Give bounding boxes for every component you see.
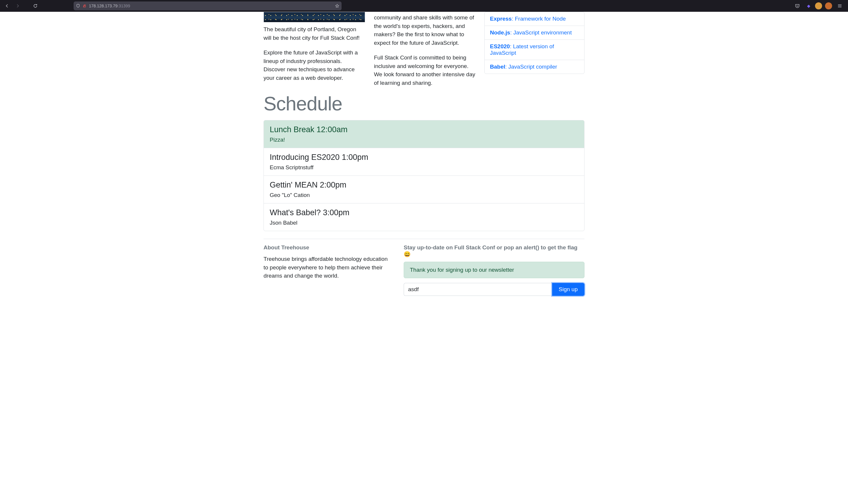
schedule-item-subtitle: Geo "Lo" Cation: [270, 192, 578, 198]
back-button[interactable]: [2, 1, 12, 11]
tech-name: Express: [490, 16, 512, 22]
schedule-list: Lunch Break 12:00amPizza!Introducing ES2…: [264, 120, 584, 231]
schedule-item-subtitle: Pizza!: [270, 137, 578, 143]
toolbar-right: ◆: [793, 1, 846, 11]
extension-icon-2[interactable]: [815, 2, 822, 10]
tech-name: ES2020: [490, 43, 510, 50]
tech-list-item[interactable]: Node.js: JavaScript environment: [485, 25, 584, 39]
schedule-item-title: Lunch Break 12:00am: [270, 125, 578, 135]
pocket-icon[interactable]: [793, 1, 802, 11]
extension-icon-1[interactable]: ◆: [805, 2, 812, 10]
signup-title: Stay up-to-date on Full Stack Conf or po…: [404, 244, 584, 257]
footer-section: About Treehouse Treehouse brings afforda…: [264, 244, 584, 296]
signup-button[interactable]: Sign up: [552, 283, 584, 296]
schedule-item[interactable]: What's Babel? 3:00pmJson Babel: [264, 203, 584, 231]
divider: [264, 239, 584, 239]
schedule-item[interactable]: Introducing ES2020 1:00pmEcma Scriptnstu…: [264, 148, 584, 176]
tech-link[interactable]: ES2020: Latest version of JavaScript: [490, 43, 554, 56]
schedule-item-subtitle: Ecma Scriptnstuff: [270, 164, 578, 171]
schedule-item-subtitle: Json Babel: [270, 220, 578, 226]
forward-button[interactable]: [13, 1, 22, 11]
hero-image: [264, 12, 365, 22]
schedule-item[interactable]: Lunch Break 12:00amPizza!: [264, 121, 584, 148]
about-body: Treehouse brings affordable technology e…: [264, 255, 393, 280]
tech-list-item[interactable]: Express: Framework for Node: [485, 12, 584, 25]
schedule-item-title: Introducing ES2020 1:00pm: [270, 152, 578, 162]
reload-button[interactable]: [31, 1, 40, 11]
browser-chrome: 178.128.173.79:31399 ◆: [0, 0, 848, 12]
intro-col1-p2: Explore the future of JavaScript with a …: [264, 49, 365, 82]
tech-list-item[interactable]: ES2020: Latest version of JavaScript: [485, 39, 584, 60]
intro-col2-p2: Full Stack Conf is committed to being in…: [374, 54, 475, 87]
extension-icon-3[interactable]: [825, 2, 832, 10]
signup-form: Sign up: [404, 283, 584, 296]
insecure-lock-icon: [83, 4, 87, 8]
schedule-item-title: Gettin' MEAN 2:00pm: [270, 180, 578, 190]
tech-list: Express: Framework for NodeNode.js: Java…: [484, 12, 584, 74]
email-input[interactable]: [404, 283, 552, 296]
about-title: About Treehouse: [264, 244, 393, 251]
tech-name: Babel: [490, 64, 505, 70]
tech-link[interactable]: Babel: JavaScript compiler: [490, 64, 557, 70]
tech-list-item[interactable]: Babel: JavaScript compiler: [485, 60, 584, 74]
signup-alert: Thank you for signing up to our newslett…: [404, 262, 584, 278]
url-text: 178.128.173.79:31399: [89, 3, 333, 8]
schedule-heading: Schedule: [264, 92, 584, 115]
intro-section: The beautiful city of Portland, Oregon w…: [264, 12, 584, 87]
shield-icon: [76, 4, 80, 8]
tech-name: Node.js: [490, 30, 510, 36]
schedule-item[interactable]: Gettin' MEAN 2:00pmGeo "Lo" Cation: [264, 176, 584, 203]
app-menu-button[interactable]: [835, 1, 845, 11]
bookmark-star-icon[interactable]: [335, 4, 339, 8]
tech-link[interactable]: Node.js: JavaScript environment: [490, 30, 572, 36]
tech-link[interactable]: Express: Framework for Node: [490, 16, 566, 22]
url-bar[interactable]: 178.128.173.79:31399: [74, 1, 342, 10]
intro-col2-p1: community and share skills with some of …: [374, 14, 475, 47]
schedule-item-title: What's Babel? 3:00pm: [270, 208, 578, 218]
hero-caption: The beautiful city of Portland, Oregon w…: [264, 25, 365, 42]
page-viewport[interactable]: The beautiful city of Portland, Oregon w…: [0, 12, 848, 504]
